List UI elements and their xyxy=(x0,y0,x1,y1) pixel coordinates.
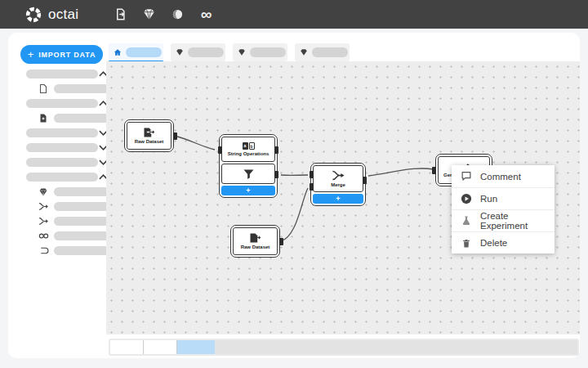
import-data-button[interactable]: + IMPORT DATA xyxy=(20,45,103,64)
output-port[interactable] xyxy=(279,238,283,245)
label-skeleton xyxy=(54,202,109,211)
label-skeleton xyxy=(26,70,98,79)
flow-canvas[interactable]: Raw Dataset a b String Operations xyxy=(106,61,580,334)
tab-home[interactable] xyxy=(109,43,163,61)
label-skeleton xyxy=(54,217,109,226)
merge-icon xyxy=(38,216,49,227)
ab-icon-b: b xyxy=(249,142,255,150)
sidebar-item[interactable] xyxy=(16,84,109,93)
tab-bar xyxy=(109,43,350,61)
gem-icon xyxy=(300,48,308,56)
node-raw-dataset-2[interactable]: Raw Dataset xyxy=(230,225,280,258)
pager-cell-active[interactable] xyxy=(177,340,215,354)
input-port[interactable] xyxy=(218,146,222,154)
tab-flow-4[interactable] xyxy=(295,43,350,61)
output-port[interactable] xyxy=(274,171,278,178)
label-skeleton xyxy=(26,173,98,182)
menu-item-label: Create Experiment xyxy=(480,211,555,231)
dataset-export-icon xyxy=(143,128,155,137)
node-raw-dataset-1[interactable]: Raw Dataset xyxy=(124,119,174,152)
sidebar-item[interactable] xyxy=(16,246,109,255)
sidebar-section[interactable] xyxy=(16,99,109,108)
file-share-icon[interactable] xyxy=(113,7,127,22)
sidebar-section[interactable] xyxy=(16,143,109,152)
delete-icon xyxy=(461,237,472,249)
gem-icon xyxy=(176,48,184,56)
filter-icon xyxy=(243,169,254,179)
input-port-2[interactable] xyxy=(310,183,314,191)
sphere-icon[interactable] xyxy=(170,7,185,22)
sidebar-item[interactable] xyxy=(16,187,109,196)
node-label: String Operations xyxy=(228,151,270,156)
dataset-export-icon xyxy=(249,233,261,243)
logo[interactable]: octai xyxy=(24,6,78,24)
menu-item-label: Run xyxy=(480,194,497,204)
sidebar-item[interactable] xyxy=(16,202,109,211)
menu-item-create-experiment[interactable]: Create Experiment xyxy=(452,209,555,231)
add-step-button[interactable]: + xyxy=(313,194,363,204)
tab-label-skeleton xyxy=(188,47,224,57)
sidebar-section[interactable] xyxy=(16,173,109,182)
menu-item-delete[interactable]: Delete xyxy=(452,231,555,254)
tab-label-skeleton xyxy=(312,47,348,57)
gem-icon xyxy=(238,48,246,56)
sidebar-section[interactable] xyxy=(16,158,109,167)
sidebar-section[interactable] xyxy=(16,128,109,137)
gem-icon[interactable] xyxy=(141,7,156,22)
label-skeleton xyxy=(54,231,109,240)
add-step-button[interactable]: + xyxy=(221,186,275,195)
ab-icon: a b xyxy=(243,142,255,150)
infinity-icon[interactable]: ∞ xyxy=(198,7,213,22)
tab-flow-2[interactable] xyxy=(171,43,225,61)
menu-item-label: Delete xyxy=(480,238,507,248)
label-skeleton xyxy=(26,128,98,137)
menu-item-run[interactable]: Run xyxy=(452,187,555,209)
sidebar-item[interactable] xyxy=(16,114,109,123)
context-menu: Comment Run Create Experiment xyxy=(452,165,555,254)
input-port-1[interactable] xyxy=(310,171,314,178)
label-skeleton xyxy=(26,158,98,167)
run-icon xyxy=(461,193,472,204)
node-merge[interactable]: Merge + xyxy=(310,163,366,206)
topbar-icons: ∞ xyxy=(113,7,213,22)
sidebar-item[interactable] xyxy=(16,217,109,226)
input-port[interactable] xyxy=(432,167,436,174)
label-skeleton xyxy=(54,187,109,196)
tab-label-skeleton xyxy=(126,47,162,57)
label-skeleton xyxy=(26,143,98,152)
pager-cell[interactable] xyxy=(144,340,177,354)
canvas-pager[interactable] xyxy=(109,339,579,356)
sidebar-section[interactable] xyxy=(16,70,109,79)
document-add-icon xyxy=(38,113,49,124)
ab-icon-a: a xyxy=(243,142,248,150)
menu-item-label: Comment xyxy=(480,172,521,182)
main-panel: + IMPORT DATA xyxy=(8,33,580,358)
node-label: Raw Dataset xyxy=(135,139,164,144)
sidebar xyxy=(16,70,109,261)
comment-icon xyxy=(461,171,472,182)
import-data-label: IMPORT DATA xyxy=(38,51,96,59)
node-string-operations[interactable]: a b String Operations + xyxy=(219,134,278,198)
pager-cell[interactable] xyxy=(110,340,144,354)
merge-icon xyxy=(38,201,49,213)
sidebar-item[interactable] xyxy=(16,231,109,240)
output-port[interactable] xyxy=(173,132,177,140)
tab-flow-3[interactable] xyxy=(233,43,287,61)
node-label: Merge xyxy=(331,182,345,187)
home-icon xyxy=(114,48,122,56)
label-skeleton xyxy=(54,114,109,123)
output-port[interactable] xyxy=(363,177,367,184)
label-skeleton xyxy=(54,246,109,255)
logo-text: octai xyxy=(48,7,78,23)
link-icon xyxy=(38,231,49,242)
tab-label-skeleton xyxy=(250,47,286,57)
label-skeleton xyxy=(26,99,98,108)
node-label: Raw Dataset xyxy=(241,245,270,249)
label-skeleton xyxy=(54,84,109,93)
menu-item-comment[interactable]: Comment xyxy=(452,165,555,187)
aperture-logo-icon xyxy=(24,6,42,24)
plus-icon: + xyxy=(28,48,34,61)
output-port[interactable] xyxy=(274,146,278,154)
document-icon xyxy=(38,83,49,95)
gem-icon xyxy=(38,186,49,198)
